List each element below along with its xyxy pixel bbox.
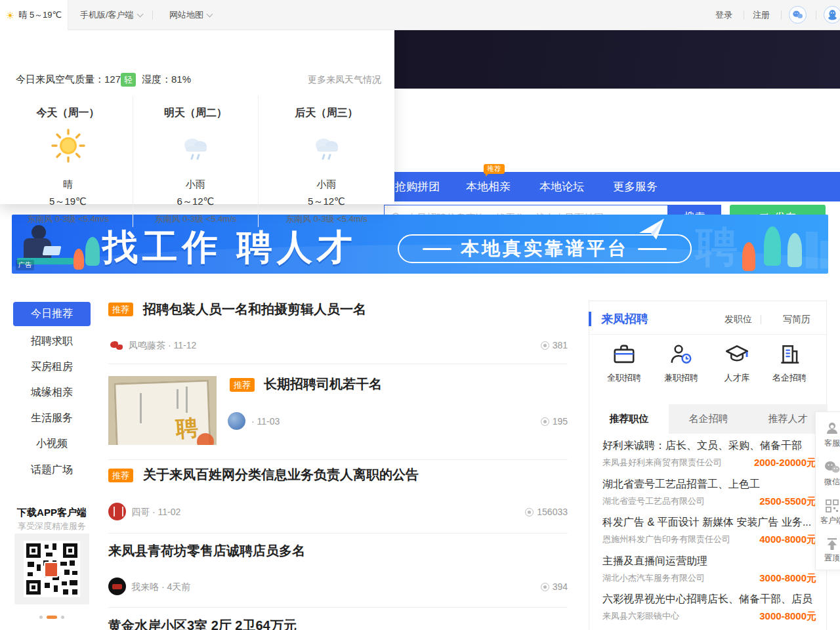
quick-link-fulltime[interactable]: 全职招聘 bbox=[595, 342, 653, 384]
job-title: 湖北省壹号工艺品招普工、上色工 bbox=[602, 478, 816, 492]
sidebar-item-topics[interactable]: 话题广场 bbox=[13, 461, 91, 478]
divider bbox=[108, 607, 568, 608]
chevron-down-icon bbox=[207, 10, 213, 17]
thumbnail-text: 聘 bbox=[175, 413, 199, 444]
avatar bbox=[109, 339, 123, 352]
job-company: 湖北小杰汽车服务有限公司 bbox=[602, 572, 705, 584]
feed-title[interactable]: 来凤县青荷坊零售店诚聘店员多名 bbox=[108, 542, 305, 560]
feed-meta: · 11-03 bbox=[251, 413, 280, 429]
register-label: 注册 bbox=[753, 0, 770, 30]
post-job-link[interactable]: 发职位 bbox=[724, 314, 752, 326]
divider bbox=[152, 10, 153, 20]
weather-day-today: 今天（周一） 晴 5～19℃ 东南风 0-3级 <5.4m/s bbox=[3, 96, 133, 227]
divider bbox=[744, 10, 744, 20]
view-count-value: 381 bbox=[553, 337, 568, 353]
aqi-level-badge: 轻 bbox=[121, 73, 136, 87]
sidebar-item-videos[interactable]: 小视频 bbox=[13, 435, 91, 452]
back-to-top-button[interactable]: 置顶 bbox=[824, 537, 840, 564]
tree-decoration bbox=[74, 249, 84, 270]
nav-item-groupbuy[interactable]: 抢购拼团 bbox=[395, 172, 440, 201]
app-download-subtitle: 享受深度精准服务 bbox=[7, 520, 97, 532]
recruit-title: 来凤招聘 bbox=[601, 311, 648, 327]
feed-title[interactable]: 关于来凤百姓网分类信息业务负责人离职的公告 bbox=[143, 466, 419, 484]
register-link[interactable]: 注册 bbox=[753, 0, 770, 30]
job-listing[interactable]: 科发广告 & 平面设计 新媒体 安装广告 业务... 恩施州科发广告印务有限责任… bbox=[602, 516, 816, 550]
weather-tab[interactable]: ☀ 晴 5～19℃ bbox=[0, 0, 68, 30]
divider bbox=[108, 459, 568, 460]
laptop-illustration bbox=[43, 246, 62, 255]
job-title: 六彩视界视光中心招聘店长、储备干部、店员 bbox=[602, 593, 816, 606]
feed-title[interactable]: 招聘包装人员一名和拍摄剪辑人员一名 bbox=[143, 301, 366, 318]
weather-temp: 5～19℃ bbox=[3, 196, 133, 208]
job-listing[interactable]: 主播及直播间运营助理 湖北小杰汽车服务有限公司 3000-8000元 bbox=[602, 555, 816, 589]
job-company: 恩施州科发广告印务有限责任公司 bbox=[602, 534, 730, 545]
title-accent-bar bbox=[589, 312, 591, 326]
feed-title[interactable]: 黄金水岸小区3室 2厅 2卫64万元 bbox=[108, 617, 297, 630]
carousel-dot-active[interactable] bbox=[47, 616, 57, 619]
carousel-dot[interactable] bbox=[61, 616, 64, 619]
qq-login-button[interactable] bbox=[824, 6, 840, 24]
mobile-version-menu[interactable]: 手机版/客户端 bbox=[80, 0, 142, 30]
job-title: 好利来诚聘：店长、文员、采购、储备干部 bbox=[602, 439, 816, 453]
job-company: 来凤县好利来商贸有限责任公司 bbox=[602, 457, 722, 469]
qr-center-seal bbox=[44, 562, 58, 578]
more-weather-link[interactable]: 更多来凤天气情况 bbox=[308, 74, 381, 86]
job-listing[interactable]: 好利来诚聘：店长、文员、采购、储备干部 来凤县好利来商贸有限责任公司 2000-… bbox=[602, 439, 816, 473]
customer-service-icon bbox=[824, 420, 840, 436]
avatar bbox=[108, 503, 126, 520]
customer-service-button[interactable]: 客服 bbox=[824, 420, 840, 449]
weather-popup: 今日来凤空气质量：127 轻 湿度：81% 更多来凤天气情况 今天（周一） 晴 … bbox=[0, 30, 394, 204]
view-count: 394 bbox=[541, 579, 568, 595]
feed-meta: 四哥 · 11-02 bbox=[131, 504, 180, 520]
sidebar-item-housing[interactable]: 买房租房 bbox=[13, 358, 91, 375]
divider bbox=[781, 10, 782, 20]
write-resume-link[interactable]: 写简历 bbox=[783, 314, 810, 326]
nav-item-more[interactable]: 更多服务 bbox=[613, 172, 658, 201]
weather-day-title: 后天（周三） bbox=[262, 106, 391, 120]
wechat-login-button[interactable] bbox=[789, 6, 807, 24]
divider bbox=[761, 315, 761, 324]
carousel-dots bbox=[13, 616, 91, 619]
qq-icon bbox=[828, 9, 837, 20]
quick-link-label: 名企招聘 bbox=[761, 372, 818, 384]
nav-item-forum[interactable]: 本地论坛 bbox=[539, 172, 584, 201]
job-listing[interactable]: 六彩视界视光中心招聘店长、储备干部、店员 来凤县六彩眼镜中心 3000-8000… bbox=[602, 593, 816, 627]
views-icon bbox=[541, 341, 549, 350]
view-count: 195 bbox=[541, 413, 568, 429]
divider bbox=[108, 364, 568, 364]
ad-watermark: 聘 bbox=[696, 219, 738, 274]
login-link[interactable]: 登录 bbox=[715, 0, 732, 30]
job-listing[interactable]: 湖北省壹号工艺品招普工、上色工 湖北省壹号工艺品有限公司 2500-5500元 bbox=[602, 478, 816, 512]
toolbar-label: 客户端 bbox=[820, 515, 840, 526]
quick-link-label: 全职招聘 bbox=[595, 372, 653, 384]
feed-title[interactable]: 长期招聘司机若干名 bbox=[264, 375, 382, 393]
sidebar-item-dating[interactable]: 城缘相亲 bbox=[13, 384, 91, 401]
wechat-button[interactable]: 微信 bbox=[824, 460, 840, 488]
feed-thumbnail[interactable]: 聘 bbox=[108, 376, 217, 445]
chevron-down-icon bbox=[136, 10, 143, 17]
feed-badge: 推荐 bbox=[108, 469, 133, 482]
app-client-button[interactable]: 客户端 bbox=[820, 499, 840, 526]
person-clock-icon bbox=[669, 342, 694, 367]
job-title: 主播及直播间运营助理 bbox=[602, 555, 816, 568]
weather-day-aftertomorrow: 后天（周三） 小雨 5～12℃ 东南风 0-3级 <5.4m/s bbox=[262, 96, 391, 227]
tab-company-recruit[interactable]: 名企招聘 bbox=[669, 404, 748, 434]
quick-link-companies[interactable]: 名企招聘 bbox=[761, 342, 818, 384]
sitemap-menu[interactable]: 网站地图 bbox=[169, 0, 212, 30]
qrcode-icon bbox=[825, 499, 839, 513]
view-count-value: 195 bbox=[553, 413, 568, 429]
view-count: 156033 bbox=[525, 504, 568, 520]
ad-tagline: 本地真实靠谱平台 bbox=[461, 236, 629, 261]
toolbar-label: 微信 bbox=[824, 476, 840, 488]
sidebar-item-today[interactable]: 今日推荐 bbox=[13, 302, 91, 326]
mobile-menu-label: 手机版/客户端 bbox=[80, 0, 134, 30]
carousel-dot[interactable] bbox=[39, 616, 43, 619]
sidebar-item-jobs[interactable]: 招聘求职 bbox=[13, 333, 91, 350]
quick-link-parttime[interactable]: 兼职招聘 bbox=[652, 342, 710, 384]
quick-link-talent-pool[interactable]: 人才库 bbox=[708, 342, 766, 384]
view-count-value: 394 bbox=[553, 579, 568, 595]
person-illustration bbox=[32, 225, 46, 240]
sidebar-item-services[interactable]: 生活服务 bbox=[13, 410, 91, 427]
job-title: 科发广告 & 平面设计 新媒体 安装广告 业务... bbox=[602, 516, 816, 530]
tab-recommended-jobs[interactable]: 推荐职位 bbox=[589, 404, 669, 434]
